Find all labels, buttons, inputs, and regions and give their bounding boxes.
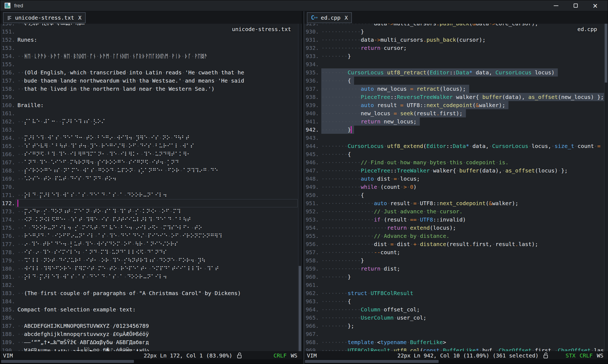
code-line[interactable]: 938.············PieceTree::ReverseTreeWa… — [304, 93, 604, 101]
code-line[interactable]: 937.············auto·new_locus·=·retract… — [304, 85, 604, 93]
code-line[interactable]: 934. — [304, 60, 604, 68]
code-line[interactable]: 152.Runes: — [0, 36, 298, 44]
horizontal-scrollbar[interactable] — [304, 359, 608, 364]
code-line[interactable]: 932.············return·cursor; — [304, 44, 604, 52]
text-editor-area-left[interactable]: 150.··ተንጋሎ·ቢተፉ·ተመልሶ·ባፉ።151.152.Runes:153… — [0, 24, 298, 351]
tab-ed-cpp[interactable]: C++ ed.cpp X — [307, 12, 352, 23]
text-editor-area-right[interactable]: 929.················data->multi_cursors.… — [304, 24, 604, 351]
code-line[interactable]: 968.········template·<typename·BufferLik… — [304, 338, 604, 346]
code-line[interactable]: 952.················//·Just·advance·the·… — [304, 207, 604, 216]
code-line[interactable]: 184. — [0, 297, 298, 305]
code-line[interactable]: 947.············PieceTree::TreeWalker·wa… — [304, 166, 604, 175]
vertical-scrollbar[interactable] — [604, 24, 608, 351]
vertical-scrollbar[interactable] — [298, 24, 302, 351]
code-line[interactable]: 172. — [0, 199, 298, 207]
code-line[interactable]: 961. — [304, 281, 604, 289]
code-line[interactable]: 948.············auto·dist·=·locus; — [304, 175, 604, 183]
code-line[interactable]: 170. — [0, 183, 298, 191]
code-line[interactable]: 966.········}; — [304, 322, 604, 330]
code-line[interactable]: 176.··⠗⠑⠛⠜⠙·⠁·⠊⠕⠋⠋⠔⠤⠝⠁⠊⠇·⠁⠎·⠹⠑·⠙⠑⠁⠙⠑⠌·⠏⠊… — [0, 232, 298, 240]
code-line[interactable]: 931.············data->multi_cursors.push… — [304, 36, 604, 44]
code-line[interactable]: 189.··–—‘“”„†•…‰™œŠŸž€·ΑΒΓΔΩαβγδω·АБВГДа… — [0, 338, 298, 346]
code-line[interactable]: 939.············auto·result·=·UTF8::next… — [304, 101, 604, 109]
horizontal-scrollbar[interactable] — [0, 359, 302, 364]
code-line[interactable]: 949.············while·(count·>·0) — [304, 183, 604, 191]
code-line[interactable]: 930.············} — [304, 28, 604, 36]
code-line[interactable]: 179.··⠩⠁⠇⠇·⠝⠕⠞·⠙⠊⠌⠥⠗⠃·⠊⠞⠂·⠕⠗·⠹⠑·⡊⠳⠝⠞⠗⠹⠰⠎… — [0, 256, 298, 265]
maximize-button[interactable] — [570, 1, 582, 10]
minimize-button[interactable] — [550, 1, 562, 10]
code-line[interactable]: 964.············Column·offset_col; — [304, 305, 604, 314]
code-line[interactable]: 161. — [0, 109, 298, 117]
code-line[interactable]: 187.··ABCDEFGHIJKLMNOPQRSTUVWXYZ·/012345… — [0, 322, 298, 330]
code-line[interactable]: 933.········} — [304, 52, 604, 60]
code-line[interactable]: 963.········{ — [304, 297, 604, 305]
scrollbar-thumb[interactable] — [605, 24, 607, 83]
scrollbar-thumb[interactable] — [299, 266, 301, 351]
code-line[interactable]: 156.··(Old·English,·which·transcribed·in… — [0, 68, 298, 77]
code-line[interactable]: 155. — [0, 60, 298, 68]
code-line[interactable]: 162.··⡌⠁⠧⠑·⠼⠁⠒··⡍⠜⠇⠑⠹⠰⠎·⡣⠕⠌ — [0, 117, 298, 126]
code-line[interactable]: 935.········CursorLocus·utf8_retract(Edi… — [304, 68, 604, 77]
code-line[interactable]: 165.··⠱⠁⠞⠑⠧⠻·⠁⠃⠳⠞·⠹⠁⠞⠲·⡹⠑·⠗⠑⠛⠊⠌⠻·⠕⠋·⠙⠊⠎·… — [0, 142, 298, 150]
title-bar[interactable]: fred × — [0, 0, 608, 11]
code-line[interactable]: 175.··⠁·⠙⠕⠕⠗⠤⠝⠁⠊⠇⠲·⡊·⠍⠊⠣⠞·⠙⠁⠧⠑·⠃⠑⠲·⠔⠊⠇⠔⠫… — [0, 224, 298, 232]
code-line[interactable]: 167.··⠁⠝⠙·⠹⠑·⠡⠊⠑⠋·⠍⠳⠗⠝⠻⠲·⡎⠊⠗⠕⠕⠛⠑·⠎⠊⠛⠝⠫·⠊… — [0, 158, 298, 166]
code-line[interactable]: 185.Compact·font·selection·example·text: — [0, 305, 298, 314]
code-line[interactable]: 186. — [0, 314, 298, 322]
tab-close-icon[interactable]: X — [78, 14, 82, 21]
code-line[interactable]: 951.················auto·result·=·UTF8::… — [304, 199, 604, 207]
code-line[interactable]: 181.··⡕⠇⠙·⡍⠜⠇⠑⠹·⠺⠁⠎·⠁⠎·⠙⠑⠁⠙·⠁⠎·⠁·⠙⠕⠕⠗⠤⠝⠁… — [0, 273, 298, 281]
scrollbar-thumb[interactable] — [1, 360, 134, 363]
scrollbar-thumb[interactable] — [305, 360, 439, 363]
pane-divider[interactable] — [302, 11, 304, 364]
code-line[interactable]: 188.··abcdefghijklmnopqrstuvwxyz·£©µÀÆÖÞ… — [0, 330, 298, 338]
code-line[interactable]: 956.················dist·=·dist·+·distan… — [304, 240, 604, 248]
code-line[interactable]: 153. — [0, 44, 298, 52]
code-line[interactable]: 969.········UTF8ColResult·utf8_col(const… — [304, 346, 604, 351]
code-line[interactable]: 160.Braille: — [0, 101, 298, 109]
code-lines[interactable]: 929.················data->multi_cursors.… — [304, 24, 604, 351]
code-lines[interactable]: 150.··ተንጋሎ·ቢተፉ·ተመልሶ·ባፉ።151.152.Runes:153… — [0, 24, 298, 351]
code-line[interactable]: 955.················//·Advance·by·distan… — [304, 232, 604, 240]
code-line[interactable]: 183.··(The·first·couple·of·paragraphs·of… — [0, 289, 298, 297]
code-line[interactable]: 180.··⠺⠊⠇⠇·⠹⠻⠑⠋⠕⠗⠑·⠏⠻⠍⠊⠞·⠍⠑·⠞⠕·⠗⠑⠏⠑⠁⠞⠂·⠑… — [0, 265, 298, 273]
code-line[interactable]: 174.··⠪⠝·⠅⠝⠪⠇⠫⠛⠑⠂·⠱⠁⠞·⠹⠻⠑·⠊⠎·⠏⠜⠞⠊⠊⠥⠇⠜⠇⠹·… — [0, 216, 298, 224]
code-line[interactable]: 158.··that·he·lived·in·the·northern·land… — [0, 85, 298, 93]
code-line[interactable]: 157.··bude·thaem·lande·northweardum·with… — [0, 77, 298, 85]
code-line[interactable]: 942.········} — [304, 126, 604, 134]
code-line[interactable]: 178.··⠊⠎·⠔·⠹⠑·⠎⠊⠍⠊⠇⠑⠆·⠁⠝⠙·⠍⠹·⠥⠝⠙⠁⠇⠇⠪⠫·⠙⠁… — [0, 248, 298, 256]
tab-unicode-stress-txt[interactable]: unicode-stress.txt X — [3, 12, 86, 23]
code-line[interactable]: 945.········{ — [304, 150, 604, 158]
code-line[interactable]: 190.··∀∂∈ℝ∧∪≡∞·↑↗↨↻⇣·┐┼╔╘░►☺♀·ﬁ�⑀₂ἠḂӥẄɐː… — [0, 346, 298, 351]
code-line[interactable]: 171.··⡕⠇⠙·⡍⠜⠇⠑⠹·⠺⠁⠎·⠁⠎·⠙⠑⠁⠙·⠁⠎·⠁·⠙⠕⠕⠗⠤⠝⠁… — [0, 191, 298, 199]
code-line[interactable]: 936.········{ — [304, 77, 604, 85]
code-line[interactable]: 967. — [304, 330, 604, 338]
code-line[interactable]: 166.··⠎⠊⠛⠝⠫·⠃⠹·⠹⠑·⠊⠇⠻⠛⠹⠍⠁⠝⠂·⠹⠑·⠊⠇⠻⠅⠂·⠹⠑·… — [0, 150, 298, 158]
code-line[interactable]: 173.··⡍⠔⠙⠖·⡊·⠙⠕⠝⠰⠞·⠍⠑⠁⠝·⠞⠕·⠎⠁⠹·⠹⠁⠞·⡊·⠅⠝⠪… — [0, 207, 298, 216]
code-line[interactable]: 957.················--count; — [304, 248, 604, 256]
code-line[interactable]: 929.················data->multi_cursors.… — [304, 24, 604, 28]
code-line[interactable]: 182. — [0, 281, 298, 289]
code-line[interactable]: 154.··ᚻᛖ·ᚳᚹᚫᚦ·ᚦᚫᛏ·ᚻᛖ·ᛒᚢᛞᛖ·ᚩᚾ·ᚦᚫᛗ·ᛚᚪᚾᛞᛖ·ᚾ… — [0, 52, 298, 60]
code-line[interactable]: 958.············} — [304, 256, 604, 265]
code-line[interactable]: 168.··⡎⠊⠗⠕⠕⠛⠑⠰⠎·⠝⠁⠍⠑·⠺⠁⠎·⠛⠕⠕⠙·⠥⠏⠕⠝·⠰⡡⠁⠝⠛… — [0, 166, 298, 175]
code-line[interactable]: 944.········CursorLocus·utf8_extend(Edit… — [304, 142, 604, 150]
code-line[interactable]: 159. — [0, 93, 298, 101]
code-line[interactable]: 965.············UserColumn·user_col; — [304, 314, 604, 322]
code-line[interactable]: 959.············return·dist; — [304, 265, 604, 273]
code-line[interactable]: 177.··⠔·⠹⠑·⠞⠗⠁⠙⠑⠲·⡃⠥⠞·⠹⠑·⠺⠊⠎⠙⠕⠍·⠕⠋·⠳⠗·⠁⠝… — [0, 240, 298, 248]
tab-close-icon[interactable]: X — [345, 14, 348, 21]
close-button[interactable]: × — [589, 1, 601, 10]
code-line[interactable]: 163. — [0, 126, 298, 134]
code-line[interactable]: 946.············//·Find·out·how·many·byt… — [304, 158, 604, 166]
code-line[interactable]: 962.········struct·UTF8ColResult — [304, 289, 604, 297]
code-line[interactable]: 164.··⡍⠜⠇⠑⠹·⠺⠁⠎·⠙⠑⠁⠙⠒·⠞⠕·⠃⠑⠛⠔·⠺⠊⠹⠲·⡹⠻⠑·⠊… — [0, 134, 298, 142]
code-line[interactable]: 941.············return·new_locus; — [304, 117, 604, 126]
code-line[interactable]: 960.········} — [304, 273, 604, 281]
code-line[interactable]: 950.············{ — [304, 191, 604, 199]
code-line[interactable]: 954.····················return·extend(lo… — [304, 224, 604, 232]
code-line[interactable]: 943. — [304, 134, 604, 142]
code-line[interactable]: 940.············new_locus·=·seek(result.… — [304, 109, 604, 117]
code-line[interactable]: 169.··⠡⠕⠎⠑·⠞⠕·⠏⠥⠞·⠙⠊⠎·⠙⠁⠝⠙·⠞⠕⠲ — [0, 175, 298, 183]
